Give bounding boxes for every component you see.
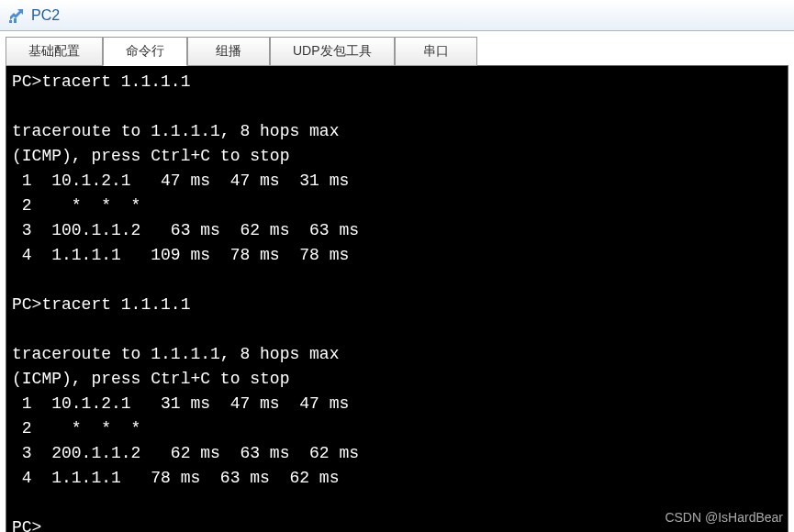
tab-basic-config[interactable]: 基础配置 bbox=[6, 37, 103, 66]
svg-rect-0 bbox=[9, 20, 12, 23]
svg-rect-1 bbox=[14, 18, 17, 23]
tab-multicast[interactable]: 组播 bbox=[187, 37, 270, 66]
watermark: CSDN @IsHardBear bbox=[665, 510, 783, 525]
app-icon bbox=[7, 6, 26, 25]
tab-bar: 基础配置 命令行 组播 UDP发包工具 串口 bbox=[6, 37, 788, 66]
tab-command-line[interactable]: 命令行 bbox=[103, 37, 187, 66]
tab-udp-packet-tool[interactable]: UDP发包工具 bbox=[270, 37, 395, 66]
window-title: PC2 bbox=[31, 7, 60, 24]
tab-serial[interactable]: 串口 bbox=[395, 37, 477, 66]
title-bar: PC2 bbox=[0, 0, 794, 31]
terminal-output[interactable]: PC>tracert 1.1.1.1 traceroute to 1.1.1.1… bbox=[6, 65, 788, 532]
content-area: 基础配置 命令行 组播 UDP发包工具 串口 PC>tracert 1.1.1.… bbox=[0, 31, 794, 532]
